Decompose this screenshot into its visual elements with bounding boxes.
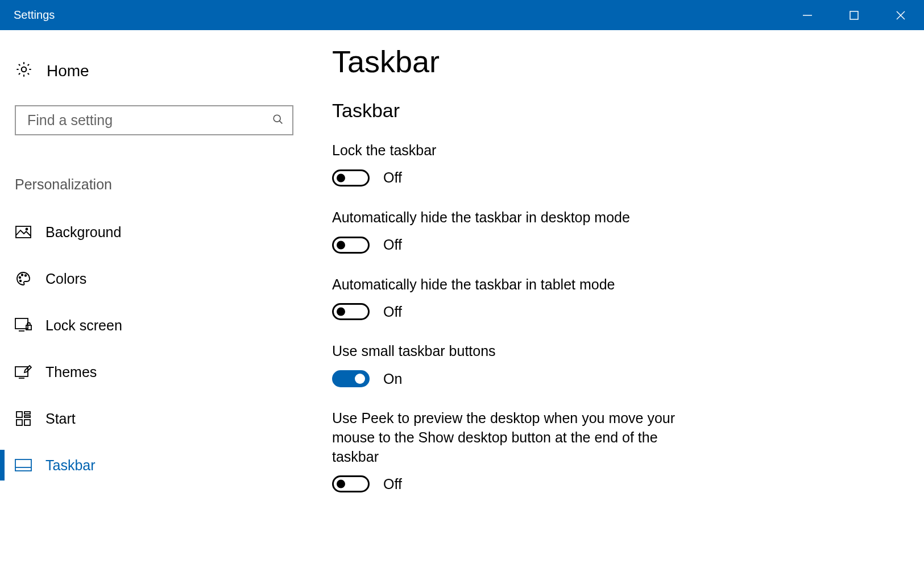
titlebar: Settings: [0, 0, 924, 30]
svg-line-6: [280, 121, 283, 123]
option-label: Use Peek to preview the desktop when you…: [332, 409, 696, 466]
gear-icon: [15, 60, 33, 82]
toggle-state: Off: [383, 304, 402, 320]
toggle-state: Off: [383, 169, 402, 186]
maximize-icon: [849, 10, 859, 20]
svg-point-9: [19, 277, 21, 279]
maximize-button[interactable]: [831, 0, 877, 30]
section-title: Taskbar: [332, 100, 890, 122]
option-label: Lock the taskbar: [332, 141, 696, 160]
page-title: Taskbar: [332, 44, 890, 79]
taskbar-icon: [15, 457, 32, 474]
close-icon: [895, 10, 906, 21]
option-autohide-desktop: Automatically hide the taskbar in deskto…: [332, 208, 890, 254]
option-label: Use small taskbar buttons: [332, 342, 696, 361]
option-label: Automatically hide the taskbar in tablet…: [332, 275, 696, 295]
minimize-icon: [802, 10, 813, 20]
search-icon: [272, 113, 284, 128]
nav-list: Background Colors: [15, 209, 301, 488]
window-controls: [784, 0, 924, 30]
svg-rect-21: [16, 420, 22, 425]
themes-icon: [15, 363, 32, 380]
sidebar-item-themes[interactable]: Themes: [15, 349, 301, 395]
sidebar-item-label: Background: [45, 224, 121, 241]
toggle-lock-taskbar[interactable]: [332, 169, 370, 187]
lock-screen-icon: [15, 317, 32, 334]
svg-point-12: [20, 280, 22, 282]
palette-icon: [15, 270, 32, 287]
option-small-buttons: Use small taskbar buttons On: [332, 342, 890, 387]
toggle-peek[interactable]: [332, 475, 370, 492]
start-icon: [15, 410, 32, 427]
category-header: Personalization: [15, 176, 301, 193]
toggle-autohide-tablet[interactable]: [332, 303, 370, 320]
sidebar-item-lock-screen[interactable]: Lock screen: [15, 302, 301, 349]
sidebar-item-taskbar[interactable]: Taskbar: [15, 442, 301, 488]
sidebar-item-label: Themes: [45, 364, 97, 380]
close-button[interactable]: [877, 0, 924, 30]
home-button[interactable]: Home: [15, 56, 301, 86]
sidebar-item-start[interactable]: Start: [15, 395, 301, 442]
sidebar-item-label: Taskbar: [45, 457, 96, 474]
option-lock-taskbar: Lock the taskbar Off: [332, 141, 890, 187]
svg-rect-7: [16, 226, 31, 238]
sidebar-item-label: Lock screen: [45, 317, 122, 334]
toggle-autohide-desktop[interactable]: [332, 237, 370, 254]
sidebar-item-label: Start: [45, 411, 76, 427]
option-label: Automatically hide the taskbar in deskto…: [332, 208, 696, 227]
option-peek: Use Peek to preview the desktop when you…: [332, 409, 890, 492]
picture-icon: [15, 223, 32, 241]
sidebar: Home Personalization Backgro: [0, 30, 301, 584]
toggle-small-buttons[interactable]: [332, 370, 370, 387]
svg-point-4: [22, 67, 27, 72]
svg-rect-19: [24, 412, 30, 414]
svg-point-8: [26, 229, 28, 230]
svg-point-10: [22, 274, 23, 276]
home-label: Home: [47, 62, 89, 80]
svg-point-11: [25, 275, 27, 276]
svg-rect-23: [15, 459, 31, 471]
svg-rect-18: [16, 412, 22, 417]
svg-rect-1: [850, 11, 858, 19]
minimize-button[interactable]: [784, 0, 831, 30]
sidebar-item-colors[interactable]: Colors: [15, 255, 301, 302]
search-input[interactable]: [27, 112, 272, 129]
window-title: Settings: [0, 9, 55, 22]
svg-rect-22: [24, 420, 30, 425]
sidebar-item-background[interactable]: Background: [15, 209, 301, 255]
search-box[interactable]: [15, 105, 293, 135]
sidebar-item-label: Colors: [45, 271, 86, 287]
toggle-state: Off: [383, 476, 402, 492]
svg-rect-20: [24, 416, 30, 417]
toggle-state: Off: [383, 237, 402, 253]
option-autohide-tablet: Automatically hide the taskbar in tablet…: [332, 275, 890, 321]
main-content: Taskbar Taskbar Lock the taskbar Off Aut…: [301, 30, 924, 584]
toggle-state: On: [383, 371, 402, 387]
svg-point-5: [274, 115, 280, 122]
